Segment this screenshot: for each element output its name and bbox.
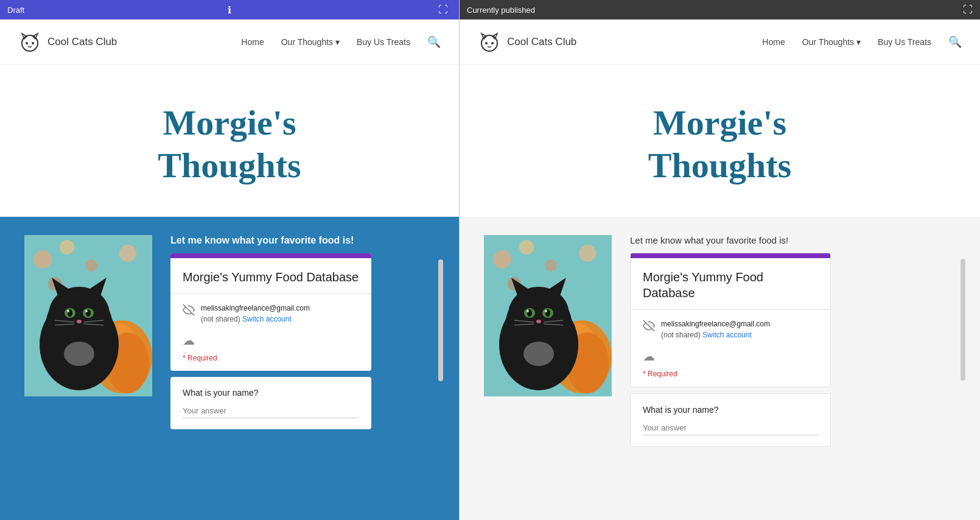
left-nav-links: Home Our Thoughts ▾ Buy Us Treats 🔍 (241, 35, 441, 49)
left-nav-thoughts[interactable]: Our Thoughts ▾ (281, 37, 340, 47)
svg-point-0 (22, 35, 38, 51)
svg-point-33 (481, 35, 497, 51)
svg-point-31 (64, 342, 94, 366)
right-nav-home[interactable]: Home (762, 37, 785, 47)
draft-topbar: Draft ℹ ⛶ (0, 0, 459, 19)
left-content-section: Let me know what your favorite food is! … (0, 217, 459, 520)
published-label: Currently published (467, 5, 535, 15)
left-form-body: melissakingfreelance@gmail.com (not shar… (170, 294, 371, 371)
svg-point-40 (493, 250, 511, 269)
svg-point-10 (119, 245, 136, 262)
left-account-row: melissakingfreelance@gmail.com (not shar… (183, 303, 359, 325)
right-form-area: Let me know what your favorite food is! … (630, 235, 956, 447)
right-cat-logo-icon (478, 30, 501, 54)
left-hero-line1: Morgie's (163, 103, 296, 142)
left-hero: Morgie's Thoughts (0, 65, 459, 217)
right-eye-slash-icon (643, 320, 655, 335)
right-site-title: Cool Cats Club (507, 36, 576, 48)
left-site-navbar: Cool Cats Club Home Our Thoughts ▾ Buy U… (0, 19, 459, 65)
right-nav-treats[interactable]: Buy Us Treats (878, 37, 931, 47)
svg-point-3 (26, 42, 28, 44)
right-cat-image (484, 235, 612, 396)
left-switch-account[interactable]: Switch account (242, 315, 292, 323)
search-icon[interactable]: 🔍 (427, 35, 441, 49)
right-question-card: What is your name? (630, 393, 831, 447)
left-google-form[interactable]: Morgie's Yummy Food Database (170, 253, 371, 371)
right-required: * Required (643, 370, 818, 378)
svg-point-57 (527, 310, 529, 312)
left-account-email: melissakingfreelance@gmail.com (201, 303, 310, 314)
left-question-label: What is your name? (183, 388, 359, 398)
svg-point-7 (33, 250, 52, 269)
cat-photo (24, 235, 152, 396)
left-logo: Cool Cats Club (18, 30, 117, 54)
svg-marker-35 (492, 33, 497, 39)
svg-point-24 (67, 310, 69, 312)
left-required: * Required (183, 354, 359, 362)
svg-marker-1 (22, 33, 27, 39)
svg-marker-2 (33, 33, 38, 39)
svg-point-64 (523, 342, 554, 366)
right-question-label: What is your name? (643, 405, 818, 415)
left-nav-home[interactable]: Home (241, 37, 264, 47)
left-nav-treats[interactable]: Buy Us Treats (357, 37, 410, 47)
right-cloud-icon: ☁ (643, 350, 655, 363)
right-content-section: Let me know what your favorite food is! … (460, 217, 980, 520)
right-account-info: melissakingfreelance@gmail.com (not shar… (661, 318, 770, 340)
right-cat-photo (484, 235, 612, 396)
svg-point-58 (545, 310, 547, 312)
left-cat-image (24, 235, 152, 396)
info-icon[interactable]: ℹ (228, 4, 231, 16)
svg-point-42 (545, 259, 557, 272)
svg-point-41 (519, 240, 534, 255)
right-nav-links: Home Our Thoughts ▾ Buy Us Treats 🔍 (762, 35, 962, 49)
right-account-row: melissakingfreelance@gmail.com (not shar… (643, 318, 818, 340)
left-question-card: What is your name? (170, 377, 371, 429)
published-topbar: Currently published ⛶ (460, 0, 980, 19)
left-form-tagline: Let me know what your favorite food is! (170, 235, 435, 246)
left-form-area: Let me know what your favorite food is! … (170, 235, 435, 429)
svg-point-59 (536, 320, 541, 323)
left-account-info: melissakingfreelance@gmail.com (not shar… (201, 303, 310, 325)
right-scrollbar[interactable] (961, 259, 965, 381)
right-switch-account[interactable]: Switch account (702, 331, 752, 339)
right-logo: Cool Cats Club (478, 30, 576, 54)
svg-point-25 (85, 310, 88, 312)
eye-slash-icon (183, 304, 195, 319)
cloud-icon: ☁ (183, 334, 195, 347)
right-site-navbar: Cool Cats Club Home Our Thoughts ▾ Buy U… (460, 19, 980, 65)
right-nav-thoughts[interactable]: Our Thoughts ▾ (802, 37, 861, 47)
left-not-shared: (not shared) (201, 315, 240, 323)
right-form-header: Morgie's Yummy Food Database (631, 253, 830, 310)
right-chevron-down-icon: ▾ (856, 37, 861, 47)
right-hero-line1: Morgie's (653, 103, 786, 142)
right-google-form[interactable]: Morgie's Yummy Food Database (630, 253, 831, 387)
right-form-tagline: Let me know what your favorite food is! (630, 235, 956, 245)
left-form-title: Morgie's Yummy Food Database (183, 269, 359, 285)
left-hero-line2: Thoughts (158, 146, 301, 185)
svg-point-26 (77, 320, 82, 323)
left-answer-input[interactable] (183, 404, 359, 418)
right-cloud-row: ☁ (643, 349, 818, 364)
right-hero: Morgie's Thoughts (460, 65, 980, 217)
right-form-title: Morgie's Yummy Food Database (643, 269, 818, 301)
right-form-body: melissakingfreelance@gmail.com (not shar… (631, 310, 830, 387)
left-scrollbar[interactable] (438, 259, 443, 381)
svg-point-43 (579, 245, 596, 262)
right-account-email: melissakingfreelance@gmail.com (661, 318, 770, 329)
draft-label: Draft (7, 5, 24, 15)
chevron-down-icon: ▾ (335, 37, 340, 47)
right-answer-input[interactable] (643, 421, 818, 435)
right-search-icon[interactable]: 🔍 (948, 35, 962, 49)
right-hero-line2: Thoughts (648, 146, 791, 185)
right-not-shared: (not shared) (661, 331, 701, 339)
left-site-title: Cool Cats Club (47, 36, 117, 48)
svg-point-9 (85, 259, 97, 272)
svg-point-4 (32, 42, 34, 44)
svg-point-8 (60, 240, 74, 255)
svg-marker-34 (481, 33, 486, 39)
expand-icon-right[interactable]: ⛶ (963, 4, 973, 15)
svg-point-37 (491, 42, 494, 44)
svg-point-36 (485, 42, 488, 44)
expand-icon-left[interactable]: ⛶ (438, 4, 448, 15)
